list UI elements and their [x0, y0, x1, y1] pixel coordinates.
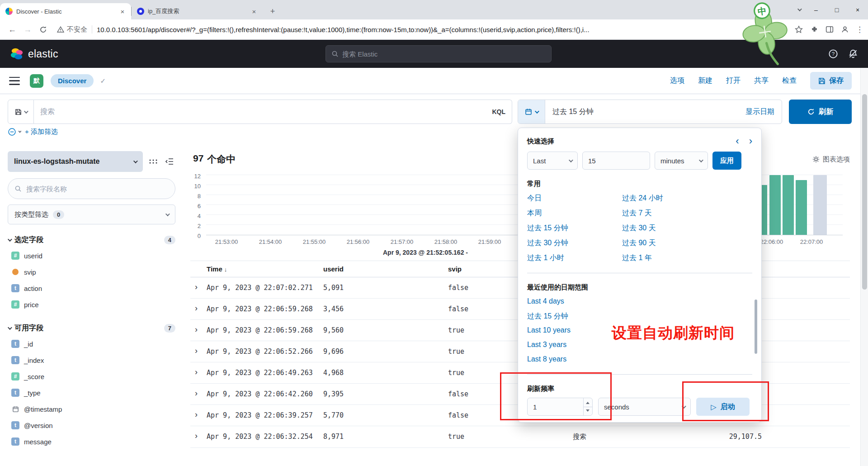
row-expand-button[interactable]: › — [190, 299, 207, 320]
field-item-type[interactable]: t _type — [8, 385, 175, 401]
recent-range-link[interactable]: Last 4 days — [527, 297, 752, 312]
field-item-svip[interactable]: svip — [8, 264, 175, 280]
amount-input[interactable] — [582, 152, 650, 170]
breadcrumb-discover[interactable]: Discover — [51, 74, 94, 87]
site-security-info[interactable]: 不安全 — [57, 25, 87, 34]
new-tab-button[interactable]: + — [266, 5, 279, 18]
elastic-brand[interactable]: elastic — [10, 47, 58, 61]
browser-menu-icon[interactable]: ⋮ — [856, 25, 863, 34]
window-maximize-button[interactable]: □ — [826, 0, 847, 19]
popup-scrollbar[interactable] — [755, 300, 757, 354]
row-expand-button[interactable]: › — [190, 405, 207, 426]
reload-button[interactable] — [35, 22, 51, 37]
field-item-action[interactable]: t action — [8, 280, 175, 296]
unit-select[interactable]: minutes — [655, 152, 708, 170]
filter-menu-icon[interactable] — [8, 128, 20, 136]
row-expand-button[interactable]: › — [190, 277, 207, 299]
histogram-bar[interactable] — [796, 180, 807, 235]
query-input[interactable] — [40, 108, 488, 116]
index-pattern-selector[interactable]: linux-es-logstash-mutate — [8, 151, 143, 172]
field-search-input[interactable] — [26, 185, 169, 193]
window-close-button[interactable]: × — [847, 0, 868, 19]
quick-range-link[interactable]: 过去 1 年 — [622, 253, 717, 268]
field-item-userid[interactable]: # userid — [8, 247, 175, 264]
selected-fields-header[interactable]: 选定字段 4 — [8, 235, 175, 245]
row-expand-button[interactable]: › — [190, 320, 207, 341]
extensions-icon[interactable] — [810, 25, 819, 34]
open-link[interactable]: 打开 — [726, 76, 741, 86]
apply-button[interactable]: 应用 — [712, 152, 741, 170]
add-filter-link[interactable]: + 添加筛选 — [25, 128, 58, 136]
global-search[interactable] — [326, 45, 552, 62]
quick-range-link[interactable]: 过去 7 天 — [622, 209, 717, 223]
field-item-message[interactable]: t message — [8, 433, 175, 450]
tab-close-icon[interactable]: × — [118, 8, 127, 15]
tab-close-icon[interactable]: × — [250, 8, 258, 15]
save-button[interactable]: 保存 — [810, 72, 852, 90]
menu-hamburger-icon[interactable] — [9, 77, 20, 85]
space-badge[interactable]: 默 — [30, 74, 43, 88]
field-item-timestamp[interactable]: @timestamp — [8, 401, 175, 417]
tense-select[interactable]: Last — [527, 152, 578, 170]
page-scrollbar[interactable] — [860, 68, 868, 466]
recent-range-link[interactable]: Last 8 years — [527, 355, 752, 370]
new-link[interactable]: 新建 — [698, 76, 712, 86]
row-expand-button[interactable]: › — [190, 341, 207, 362]
show-dates-link[interactable]: 显示日期 — [745, 107, 774, 117]
next-range-button[interactable]: › — [749, 136, 752, 146]
row-expand-button[interactable]: › — [190, 426, 207, 448]
refresh-interval-value[interactable] — [528, 398, 583, 415]
field-item-version[interactable]: t @version — [8, 417, 175, 433]
quick-range-link[interactable]: 过去 90 天 — [622, 238, 717, 253]
bookmark-star-icon[interactable] — [794, 25, 803, 34]
tab-search-icon[interactable] — [792, 0, 806, 19]
col-userid[interactable]: userid — [323, 261, 448, 277]
calendar-menu-button[interactable] — [518, 100, 545, 124]
filter-by-type[interactable]: 按类型筛选 0 — [8, 204, 175, 224]
stepper-up-button[interactable] — [584, 398, 592, 407]
quick-range-link[interactable]: 过去 24 小时 — [622, 194, 717, 209]
quick-range-link[interactable]: 过去 30 分钟 — [527, 238, 622, 253]
quick-range-link[interactable]: 过去 15 分钟 — [527, 223, 622, 238]
quick-range-link[interactable]: 今日 — [527, 194, 622, 209]
notifications-muted-icon[interactable] — [848, 49, 858, 59]
saved-query-menu-button[interactable] — [8, 100, 34, 124]
scrollbar-thumb[interactable] — [862, 94, 867, 290]
refresh-unit-select[interactable]: seconds — [598, 398, 691, 416]
quick-range-link[interactable]: 过去 1 小时 — [527, 253, 622, 268]
tab-baidu[interactable]: ip_百度搜索 × — [132, 3, 263, 19]
row-expand-button[interactable]: › — [190, 384, 207, 405]
prev-range-button[interactable]: ‹ — [736, 136, 739, 146]
collapse-sidebar-icon[interactable] — [164, 156, 175, 167]
field-stats-icon[interactable] — [147, 156, 159, 167]
forward-button[interactable]: → — [20, 22, 35, 37]
url-text[interactable]: 10.0.0.103:5601/app/discover#/?_g=(filte… — [97, 26, 789, 33]
share-link[interactable]: 共享 — [754, 76, 769, 86]
histogram-bar[interactable] — [783, 175, 794, 235]
back-button[interactable]: ← — [5, 22, 20, 37]
start-refresh-button[interactable]: ▷ 启动 — [696, 398, 750, 416]
chart-options-button[interactable]: 图表选项 — [812, 155, 850, 164]
quick-range-link[interactable]: 本周 — [527, 209, 622, 223]
col-time[interactable]: Time↓ — [207, 261, 323, 277]
histogram-bar[interactable] — [769, 175, 781, 235]
options-link[interactable]: 选项 — [670, 76, 684, 86]
global-search-input[interactable] — [342, 50, 546, 58]
refresh-button[interactable]: 刷新 — [789, 100, 852, 124]
field-item-price[interactable]: # price — [8, 296, 175, 313]
available-fields-header[interactable]: 可用字段 7 — [8, 323, 175, 333]
field-item-score[interactable]: # _score — [8, 368, 175, 385]
window-minimize-button[interactable]: – — [806, 0, 826, 19]
field-item-index[interactable]: t _index — [8, 352, 175, 368]
tab-discover[interactable]: Discover - Elastic × — [0, 3, 131, 19]
histogram-bar[interactable] — [813, 175, 827, 235]
stepper-down-button[interactable] — [584, 407, 592, 416]
side-panel-icon[interactable] — [825, 25, 834, 34]
help-icon[interactable]: ? — [828, 49, 838, 59]
quick-range-link[interactable]: 过去 30 天 — [622, 223, 717, 238]
field-item-id[interactable]: t _id — [8, 336, 175, 352]
profile-avatar-icon[interactable] — [840, 25, 849, 34]
time-range-text[interactable]: 过去 15 分钟 — [552, 107, 594, 117]
row-expand-button[interactable]: › — [190, 362, 207, 384]
inspect-link[interactable]: 检查 — [782, 76, 797, 86]
